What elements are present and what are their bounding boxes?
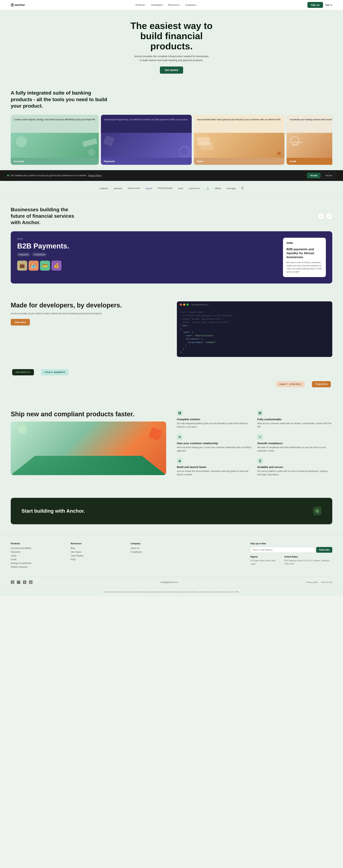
feature-own-customer: Own your customer relationship We're all… bbox=[177, 434, 252, 453]
developers-section: Made for developers, by developers. Anch… bbox=[0, 291, 343, 368]
scalable-title: Scalable and secure bbox=[257, 465, 332, 468]
complete-solution-title: Complete solution bbox=[177, 418, 252, 421]
customisable-title: Fully customisable bbox=[257, 418, 332, 421]
newsletter-form: Subscribe bbox=[250, 547, 332, 553]
logo-anchor: ⚓ bbox=[206, 187, 209, 190]
dot-yellow bbox=[183, 304, 185, 306]
cookie-accept-button[interactable]: Accept bbox=[307, 173, 320, 178]
newsletter-input[interactable] bbox=[250, 547, 315, 553]
cards-label: Cards bbox=[194, 158, 284, 165]
footer-link-cards[interactable]: Cards bbox=[11, 555, 65, 557]
prev-arrow-button[interactable]: ‹ bbox=[318, 213, 324, 219]
signup-button[interactable]: Sign up bbox=[307, 2, 323, 8]
features-section: Ship new and compliant products faster. … bbox=[0, 400, 343, 487]
footer-link-case-studies[interactable]: Case Studies bbox=[71, 555, 125, 557]
nav-products[interactable]: Products ▾ bbox=[136, 4, 146, 6]
svg-rect-13 bbox=[316, 510, 319, 513]
footer-bottom-links: Privacy policy Terms of use bbox=[306, 581, 332, 583]
code-filename: developerSection.js bbox=[191, 304, 208, 306]
snippet-accounts: <Accounts/> bbox=[12, 369, 34, 375]
credit-description: Accelerate your lending services with An… bbox=[290, 118, 332, 121]
avatar-1: 💼 bbox=[17, 260, 27, 271]
snippet-payments: return payments bbox=[41, 369, 68, 375]
footer-link-accounts-wallets[interactable]: Accounts and Wallets bbox=[11, 547, 65, 550]
scalable-desc: Our secure platform scales with you and … bbox=[257, 470, 332, 476]
footer: Products Accounts and Wallets Payments C… bbox=[0, 535, 343, 588]
svg-rect-8 bbox=[259, 413, 262, 413]
footer-link-faqs[interactable]: FAQs bbox=[71, 558, 125, 561]
newsletter-heading: Stay up to date. bbox=[250, 542, 332, 545]
logo-squad: squad bbox=[145, 187, 152, 190]
complete-solution-icon bbox=[177, 410, 182, 416]
cta-icon[interactable] bbox=[313, 507, 321, 515]
logo-pennee: pennee bbox=[114, 187, 122, 190]
privacy-policy-link[interactable]: Privacy policy bbox=[306, 581, 318, 583]
case-title: B2B Payments. bbox=[17, 242, 276, 250]
signin-button[interactable]: Sign in bbox=[325, 4, 332, 6]
instagram-icon[interactable]: 📷 bbox=[17, 580, 21, 584]
footer-address-us: United States 206 Chapman Road, STE 101-… bbox=[284, 556, 332, 565]
snippet-transfers: Transfers bbox=[312, 381, 331, 388]
accounts-label: Accounts bbox=[11, 158, 99, 165]
footer-address-nigeria: Nigeria 10 Gluten Street, Ikate Lekki, L… bbox=[250, 556, 277, 565]
feature-build-launch: Build and launch faster Use our simple A… bbox=[177, 458, 252, 476]
cookie-privacy-link[interactable]: Privacy Policy bbox=[88, 174, 102, 177]
footer-addresses: Nigeria 10 Gluten Street, Ikate Lekki, L… bbox=[250, 556, 332, 565]
footer-legal: Anchor and featured customers are financ… bbox=[0, 588, 343, 596]
svg-rect-7 bbox=[259, 412, 262, 412]
complete-solution-desc: Our fully integrated platform gives you … bbox=[177, 422, 252, 429]
footer-link-credit[interactable]: Credit bbox=[11, 558, 65, 561]
product-card-cards[interactable]: Issue branded debit cards (physical and … bbox=[194, 115, 284, 165]
footer-link-use-cases[interactable]: Use Cases bbox=[71, 551, 125, 553]
customisable-icon bbox=[257, 410, 263, 416]
linkedin-icon[interactable]: in bbox=[29, 580, 33, 584]
snippet-cards: export ({Cards}) bbox=[276, 381, 305, 388]
nav-logo[interactable]: anchor bbox=[11, 3, 25, 7]
view-docs-button[interactable]: View docs bbox=[11, 319, 30, 326]
features-right: Complete solution Our fully integrated p… bbox=[177, 410, 332, 476]
footer-company-heading: Company bbox=[131, 542, 185, 545]
logo-providusbank: PROVIDUSBANK bbox=[158, 187, 172, 189]
product-card-credit[interactable]: Accelerate your lending services with An… bbox=[286, 115, 332, 165]
partner-logo: wata bbox=[286, 241, 322, 245]
facebook-icon[interactable]: f bbox=[23, 580, 27, 584]
footer-link-blog[interactable]: Blog bbox=[71, 547, 125, 550]
cookie-decline-button[interactable]: Decline bbox=[322, 173, 336, 178]
get-started-button[interactable]: Get started bbox=[160, 66, 183, 74]
footer-link-payments[interactable]: Payments bbox=[11, 551, 65, 553]
product-card-payments[interactable]: Seamlessly integrate fast, cost-effectiv… bbox=[101, 115, 192, 165]
suite-section: A fully integrated suite of banking prod… bbox=[0, 83, 343, 115]
footer-link-about[interactable]: About Us bbox=[131, 547, 185, 550]
code-window: developerSection.js inst --request POST … bbox=[177, 301, 332, 357]
own-customer-desc: We're all about helping you, to own your… bbox=[177, 446, 252, 453]
case-card: SaaS B2B Payments. • Accounts • Collecti… bbox=[11, 231, 332, 284]
footer-link-platform[interactable]: Platform Services bbox=[11, 566, 65, 568]
cookie-banner: This website uses cookies to ensure you … bbox=[0, 170, 343, 181]
nav-company[interactable]: Company ▾ bbox=[185, 4, 197, 6]
dev-text: Made for developers, by developers. Anch… bbox=[11, 301, 166, 326]
legal-text: Anchor and featured customers are financ… bbox=[11, 591, 332, 593]
avatar-3: 💳 bbox=[40, 260, 50, 271]
hero-subtitle: Anchor provides the complete infrastruct… bbox=[134, 54, 209, 62]
newsletter-subscribe-button[interactable]: Subscribe bbox=[316, 547, 332, 553]
footer-link-compliance[interactable]: Compliance bbox=[131, 551, 185, 553]
product-card-accounts[interactable]: Create custom deposit, savings, and virt… bbox=[11, 115, 99, 165]
nav-developers[interactable]: Developers bbox=[151, 4, 163, 6]
footer-link-savings[interactable]: Savings & Investment bbox=[11, 562, 65, 564]
nav-resources[interactable]: Resources ▾ bbox=[168, 4, 180, 6]
case-features: • Accounts • Collections bbox=[17, 253, 276, 256]
credit-label: Credit bbox=[286, 158, 332, 165]
terms-link[interactable]: Terms of use bbox=[321, 581, 332, 583]
us-address: 206 Chapman Road, STE 101-4, Newark, Del… bbox=[284, 559, 332, 565]
cta-wrapper: Start building with Anchor. bbox=[0, 487, 343, 535]
svg-rect-12 bbox=[316, 509, 318, 512]
next-arrow-button[interactable]: › bbox=[326, 213, 332, 219]
footer-grid: Products Accounts and Wallets Payments C… bbox=[11, 542, 332, 569]
footer-social-icons: 𝕏 📷 f in bbox=[11, 580, 33, 584]
compliance-desc: We take on compliance and bank relations… bbox=[257, 446, 332, 453]
twitter-icon[interactable]: 𝕏 bbox=[11, 580, 14, 584]
footer-newsletter: Stay up to date. Subscribe Nigeria 10 Gl… bbox=[250, 542, 332, 569]
logo-seamlesshr: SeamlessHR bbox=[128, 187, 140, 189]
dot-green bbox=[186, 304, 188, 306]
case-feature-collections: • Collections bbox=[32, 253, 47, 256]
